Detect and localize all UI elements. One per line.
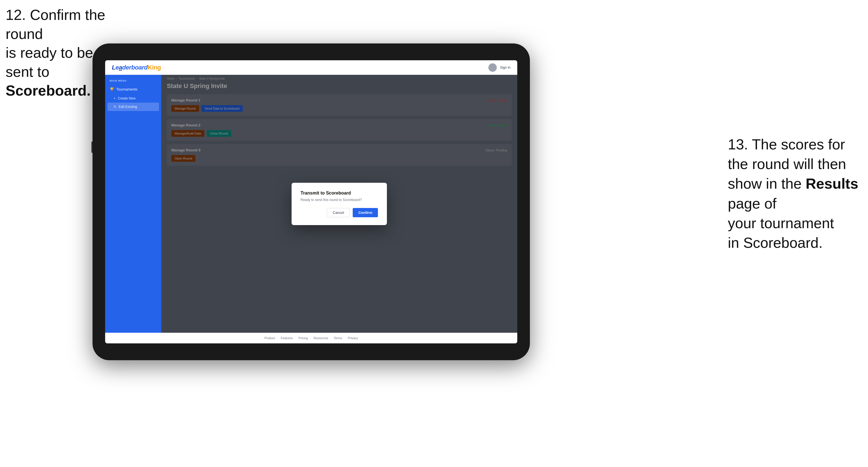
modal-title: Transmit to Scoreboard [301,191,378,196]
sidebar-edit-label: Edit Existing [119,105,137,109]
modal-overlay: Transmit to Scoreboard Ready to send thi… [161,75,517,333]
page-content: Home › Tournaments › State U Spring Invi… [161,75,517,333]
plus-icon: + [114,96,116,100]
top-nav: LeaderboardKing Sign In [105,60,517,75]
footer: Product Features Pricing Resources Terms… [105,333,517,343]
annotation-right-line1: 13. The scores for [728,136,845,153]
logo-l: L [112,64,116,71]
sidebar-tournaments-label: Tournaments [116,87,137,91]
annotation-right-line4-rest: page of [728,195,777,212]
sidebar-item-edit-existing[interactable]: ✎ Edit Existing [107,102,159,111]
modal-box: Transmit to Scoreboard Ready to send thi… [291,183,387,225]
logo-area: LeaderboardKing [112,64,161,71]
tablet-screen: LeaderboardKing Sign In MAIN MENU 🏆 Tour… [105,60,517,343]
annotation-line1: 12. Confirm the round [6,7,105,42]
annotation-right: 13. The scores for the round will then s… [728,134,862,253]
annotation-right-line2: the round will then [728,156,846,172]
annotation-right-line5: your tournament [728,215,834,231]
annotation-right-line6: in Scoreboard. [728,235,823,251]
trophy-icon: 🏆 [110,87,114,91]
footer-link-resources[interactable]: Resources [313,336,328,340]
modal-confirm-button[interactable]: Confirm [353,208,378,217]
sidebar-create-label: Create New [118,96,135,100]
footer-link-pricing[interactable]: Pricing [299,336,308,340]
modal-cancel-button[interactable]: Cancel [327,208,350,217]
tablet-side-button [91,142,93,153]
footer-link-terms[interactable]: Terms [334,336,342,340]
annotation-line3: Scoreboard. [6,83,91,99]
modal-subtitle: Ready to send this round to Scoreboard? [301,198,378,202]
footer-link-privacy[interactable]: Privacy [348,336,358,340]
annotation-right-results: Results [806,176,859,192]
annotation-right-line3: show in the [728,176,802,192]
logo: LeaderboardKing [112,64,161,71]
sidebar: MAIN MENU 🏆 Tournaments + Create New ✎ E… [105,75,161,333]
main-area: MAIN MENU 🏆 Tournaments + Create New ✎ E… [105,75,517,333]
modal-actions: Cancel Confirm [301,208,378,217]
main-menu-label: MAIN MENU [105,79,161,84]
sign-in-button[interactable]: Sign In [500,66,510,69]
footer-link-features[interactable]: Features [281,336,293,340]
tablet-frame: LeaderboardKing Sign In MAIN MENU 🏆 Tour… [93,43,530,360]
footer-link-product[interactable]: Product [265,336,275,340]
sidebar-item-create-new[interactable]: + Create New [105,94,161,102]
annotation-line2: is ready to be sent to [6,44,93,80]
edit-icon: ✎ [114,105,116,109]
user-avatar [488,63,497,72]
sidebar-item-tournaments[interactable]: 🏆 Tournaments [105,84,161,94]
nav-right: Sign In [488,63,510,72]
